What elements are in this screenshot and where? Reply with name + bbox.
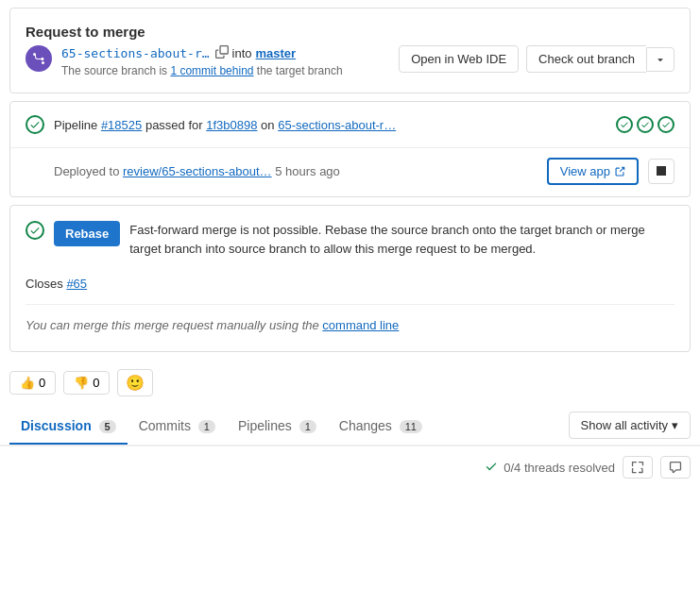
rebase-status-icon: [26, 221, 44, 240]
commit-behind-link[interactable]: 1 commit behind: [170, 64, 253, 77]
thumbs-down-button[interactable]: 👎 0: [63, 371, 110, 395]
thumbs-up-emoji: 👍: [20, 376, 35, 390]
pipeline-row: Pipeline #18525 passed for 1f3b0898 on 6…: [10, 102, 690, 147]
pipeline-status-icons: [616, 116, 674, 133]
closes-row: Closes #65: [26, 269, 674, 294]
open-web-ide-button[interactable]: Open in Web IDE: [399, 45, 519, 73]
emoji-picker-button[interactable]: 🙂: [117, 369, 153, 396]
commits-badge: 1: [198, 420, 215, 433]
checkout-branch-button[interactable]: Check out branch: [526, 45, 646, 73]
deploy-row: Deployed to review/65-sections-about… 5 …: [10, 148, 690, 196]
rebase-card: Rebase Fast-forward merge is not possibl…: [9, 205, 691, 352]
source-branch-link[interactable]: 65-sections-about-r…: [61, 46, 210, 60]
commit-behind-text: The source branch is 1 commit behind the…: [61, 64, 343, 77]
show-activity-dropdown-icon: ▾: [672, 418, 678, 432]
rebase-message: Fast-forward merge is not possible. Reba…: [129, 221, 674, 258]
pipeline-text: Pipeline #18525 passed for 1f3b0898 on 6…: [54, 118, 606, 132]
closes-issue-link[interactable]: #65: [66, 277, 87, 291]
rebase-header: Rebase Fast-forward merge is not possibl…: [26, 221, 674, 258]
pipeline-card: Pipeline #18525 passed for 1f3b0898 on 6…: [9, 101, 691, 197]
mr-actions: Open in Web IDE Check out branch: [399, 45, 674, 73]
branch-info: 65-sections-about-r… into master The sou…: [61, 45, 343, 77]
comment-button[interactable]: [660, 456, 691, 479]
copy-branch-icon[interactable]: [215, 45, 229, 61]
check-icon-3: [657, 116, 674, 133]
threads-resolved-text: 0/4 threads resolved: [504, 461, 615, 475]
tab-changes[interactable]: Changes 11: [328, 409, 434, 445]
into-text: into: [232, 46, 252, 60]
pipeline-number-link[interactable]: #18525: [101, 118, 142, 132]
thumbs-up-button[interactable]: 👍 0: [9, 371, 56, 395]
thumbs-down-count: 0: [93, 376, 99, 390]
show-activity-button[interactable]: Show all activity ▾: [569, 412, 691, 439]
stop-environment-button[interactable]: [648, 159, 674, 184]
mr-header: Request to merge 65-sections-about-r… in…: [10, 8, 690, 93]
mr-title: Request to merge: [26, 24, 674, 40]
view-app-button[interactable]: View app: [547, 158, 639, 185]
branch-ref-link[interactable]: 65-sections-about-r…: [278, 118, 396, 132]
check-icon-1: [616, 116, 633, 133]
pipeline-status-icon: [26, 115, 44, 134]
rebase-button[interactable]: Rebase: [54, 221, 120, 246]
checkout-dropdown-button[interactable]: [646, 47, 674, 72]
check-icon-2: [637, 116, 654, 133]
deploy-time: 5 hours ago: [275, 164, 340, 178]
expand-threads-button[interactable]: [623, 456, 653, 479]
threads-resolved-row: 0/4 threads resolved: [0, 446, 700, 484]
tab-pipelines[interactable]: Pipelines 1: [227, 409, 328, 445]
threads-resolved-icon: [485, 460, 498, 476]
thumbs-up-count: 0: [39, 376, 45, 390]
merge-request-card: Request to merge 65-sections-about-r… in…: [9, 8, 691, 93]
command-line-link[interactable]: command line: [322, 318, 399, 332]
tab-commits[interactable]: Commits 1: [128, 409, 227, 445]
thumbs-down-emoji: 👎: [74, 376, 89, 390]
tabs-container: Discussion 5 Commits 1 Pipelines 1 Chang…: [0, 406, 700, 446]
rebase-section: Rebase Fast-forward merge is not possibl…: [10, 206, 690, 351]
threads-text: 0/4 threads resolved: [485, 460, 615, 476]
tab-discussion[interactable]: Discussion 5: [9, 409, 128, 445]
changes-badge: 11: [400, 420, 422, 433]
deployed-to-text: Deployed to review/65-sections-about… 5 …: [54, 164, 340, 178]
reactions-row: 👍 0 👎 0 🙂: [0, 360, 700, 406]
stop-icon: [657, 166, 666, 176]
checkout-btn-group: Check out branch: [526, 45, 674, 73]
mr-branch-icon: [26, 45, 52, 72]
target-branch-link[interactable]: master: [256, 46, 297, 60]
command-line-row: You can merge this merge request manuall…: [26, 304, 674, 336]
discussion-badge: 5: [99, 420, 116, 433]
pipelines-badge: 1: [299, 420, 316, 433]
deploy-link[interactable]: review/65-sections-about…: [123, 164, 272, 178]
commit-hash-link[interactable]: 1f3b0898: [206, 118, 257, 132]
